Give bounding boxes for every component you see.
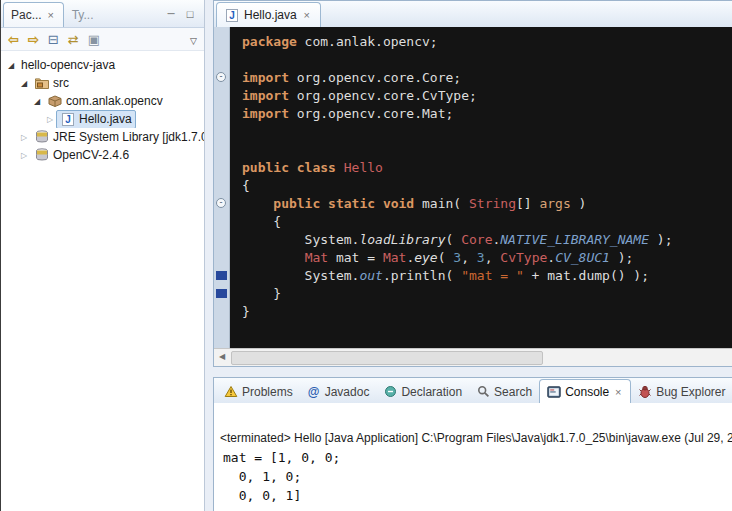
code-line: public class Hello [242,159,732,177]
code-line: import org.opencv.core.Core; [242,69,732,87]
code-line: } [242,285,732,303]
search-icon [476,385,490,398]
tab-label: Search [494,385,532,399]
tab-label: Console [565,385,609,399]
tab-label: Hello.java [244,8,297,22]
tab-declaration[interactable]: Declaration [376,380,469,403]
tree-item-labelbox: com.anlak.opencv [43,92,167,110]
code-line: package com.anlak.opencv; [242,33,732,51]
tab-label: Declaration [401,385,462,399]
forward-icon[interactable] [28,33,39,46]
bottom-panel: Problems@JavadocDeclarationSearchConsole… [213,377,732,511]
problems-icon [224,385,238,398]
tree-item-label: OpenCV-2.4.6 [53,148,129,162]
tab-package-explorer[interactable]: Pac... [3,2,64,27]
code-line [242,51,732,69]
tab-label: Ty... [72,8,94,22]
console-view: <terminated> Hello [Java Application] C:… [214,403,732,511]
tree-item-labelbox: src [30,74,73,92]
editor-panel: J Hello.java package com.anlak.opencv;im… [213,0,732,367]
tree-item-opencv-2-4-6[interactable]: OpenCV-2.4.6 [1,146,204,164]
focus-icon[interactable] [88,33,100,46]
expand-arrow-icon[interactable] [44,115,56,124]
code-line: System.loadLibrary( Core.NATIVE_LIBRARY_… [242,231,732,249]
close-icon[interactable] [46,10,56,20]
code-line: System.out.println( "mat = " + mat.dump(… [242,267,732,285]
close-icon[interactable] [302,10,312,20]
tree-item-label: src [53,76,69,90]
scroll-left-icon[interactable] [214,349,230,365]
svg-text:@: @ [308,385,320,398]
collapse-arrow-icon[interactable] [18,79,30,88]
back-icon[interactable] [8,33,19,46]
code-line [242,123,732,141]
explorer-toolbar [1,28,204,51]
tree-item-src[interactable]: src [1,74,204,92]
console-icon [547,385,561,398]
collapse-arrow-icon[interactable] [31,97,43,106]
java-file-icon: J [225,8,239,23]
console-output[interactable]: mat = [1, 0, 0; 0, 1, 0; 0, 0, 1] [223,448,732,505]
collapse-arrow-icon[interactable] [5,61,17,70]
tab-type-hierarchy[interactable]: Ty... [64,2,102,27]
bottom-tabbar: Problems@JavadocDeclarationSearchConsole… [214,378,732,404]
tree-item-labelbox: hello-opencv-java [17,56,119,74]
console-status-line: <terminated> Hello [Java Application] C:… [220,431,732,445]
tree-item-label: Hello.java [79,112,132,126]
tree-item-label: JRE System Library [jdk1.7.0_25] [53,130,204,144]
code-line [242,141,732,159]
tree-item-hello-java[interactable]: JHello.java [1,110,204,128]
minimize-icon[interactable] [165,8,177,20]
scrollbar-thumb[interactable] [231,351,543,365]
occurrence-marker [216,271,227,280]
left-tabbar: Pac... Ty... [1,0,204,28]
tab-search[interactable]: Search [469,380,539,403]
expand-arrow-icon[interactable] [18,133,30,142]
bug-icon [638,385,652,398]
code-line: import org.opencv.core.CvType; [242,87,732,105]
tree-item-labelbox: JRE System Library [jdk1.7.0_25] [30,128,204,146]
tab-bug-explorer[interactable]: Bug Explorer [631,380,732,403]
annotation-ruler [214,27,230,349]
expand-arrow-icon[interactable] [18,151,30,160]
svg-text:J: J [65,114,71,125]
tab-javadoc[interactable]: @Javadoc [300,380,377,403]
code-line: Mat mat = Mat.eye( 3, 3, CvType.CV_8UC1 … [242,249,732,267]
package-icon [47,93,63,109]
package-explorer-panel: Pac... Ty... hello-opencv-javasrccom.anl… [0,0,205,511]
tree-item-jre-system-library-jdk1-7-0-25[interactable]: JRE System Library [jdk1.7.0_25] [1,128,204,146]
declaration-icon [383,385,397,398]
eclipse-workbench: Pac... Ty... hello-opencv-javasrccom.anl… [0,0,732,511]
tree-item-labelbox: JHello.java [56,110,136,128]
source-folder-icon [34,75,50,91]
tab-hello-java[interactable]: J Hello.java [216,2,321,27]
editor-body: package com.anlak.opencv;import org.open… [214,27,732,349]
tab-problems[interactable]: Problems [217,380,300,403]
code-area[interactable]: package com.anlak.opencv;import org.open… [230,27,732,349]
collapse-all-icon[interactable] [48,33,59,46]
code-line: } [242,303,732,321]
tree-item-labelbox: OpenCV-2.4.6 [30,146,133,164]
horizontal-scrollbar[interactable] [214,348,732,366]
code-line: public static void main( String[] args ) [242,195,732,213]
tab-console[interactable]: Console [539,379,631,403]
package-tree: hello-opencv-javasrccom.anlak.opencvJHel… [1,51,204,164]
java-file-icon: J [60,111,76,127]
view-window-buttons [165,8,204,27]
tree-item-com-anlak-opencv[interactable]: com.anlak.opencv [1,92,204,110]
fold-collapse-icon[interactable] [216,198,226,208]
library-icon [34,147,50,163]
fold-collapse-icon[interactable] [216,72,226,82]
occurrence-marker [216,289,227,298]
close-icon[interactable] [613,387,623,397]
library-icon [34,129,50,145]
tab-label: Javadoc [325,385,370,399]
svg-text:J: J [229,10,235,21]
tab-label: Bug Explorer [656,385,725,399]
link-with-editor-icon[interactable] [68,33,79,46]
code-line: import org.opencv.core.Mat; [242,105,732,123]
maximize-icon[interactable] [184,8,196,20]
view-menu-icon[interactable] [190,33,197,46]
tree-item-hello-opencv-java[interactable]: hello-opencv-java [1,56,204,74]
code-line: { [242,213,732,231]
